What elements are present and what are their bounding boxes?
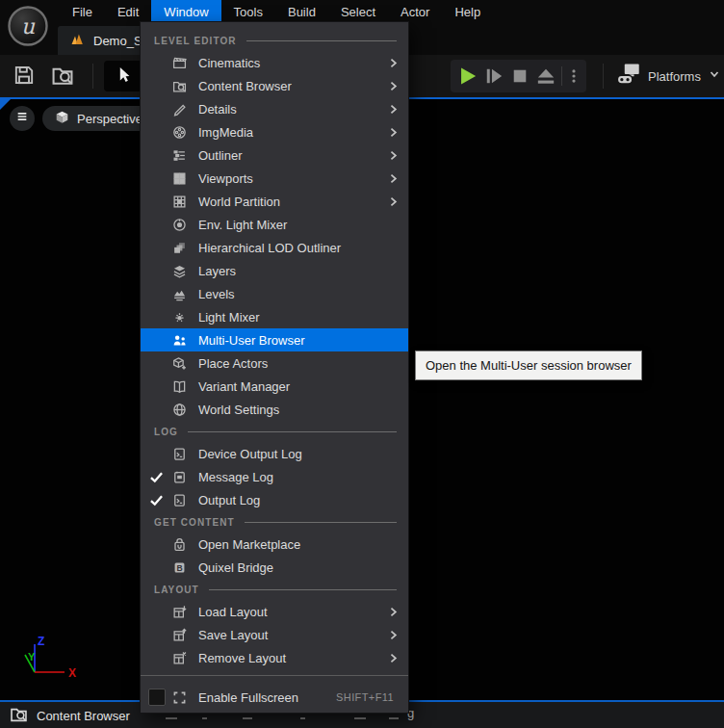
more-options-button[interactable] bbox=[565, 63, 582, 90]
tooltip: Open the Multi-User session browser bbox=[415, 351, 642, 380]
menu-item-outliner[interactable]: Outliner bbox=[141, 143, 408, 167]
chevron-right-icon bbox=[386, 629, 401, 641]
perspective-cube-icon bbox=[55, 110, 69, 128]
statusbar-partial-glyph bbox=[243, 717, 252, 719]
menu-item-cinematics[interactable]: Cinematics bbox=[141, 51, 408, 74]
perspective-label: Perspective bbox=[77, 112, 142, 126]
pencil-icon bbox=[172, 102, 198, 117]
chevron-right-icon bbox=[386, 606, 401, 618]
menu-section-header-log: LOG bbox=[141, 421, 408, 442]
content-browser-drawer-button[interactable]: Content Browser bbox=[10, 705, 130, 726]
save-icon bbox=[13, 65, 35, 90]
sun-icon bbox=[172, 310, 198, 325]
hlod-stack-icon bbox=[172, 241, 198, 255]
film-reel-icon bbox=[172, 125, 198, 140]
menu-item-save-layout[interactable]: Save Layout bbox=[141, 623, 408, 646]
level-tab-label: Demo_S bbox=[93, 34, 142, 48]
menubar-item-file[interactable]: File bbox=[60, 0, 105, 24]
menu-item-open-marketplace[interactable]: Open Marketplace bbox=[141, 533, 408, 556]
menubar-item-help[interactable]: Help bbox=[442, 0, 493, 24]
book-icon bbox=[172, 379, 198, 394]
toolbar-separator-2 bbox=[603, 64, 604, 89]
menu-item-hierarchical-lod-outliner[interactable]: Hierarchical LOD Outliner bbox=[141, 236, 408, 259]
platforms-button[interactable]: Platforms bbox=[616, 60, 721, 92]
cube-plus-icon bbox=[172, 356, 198, 371]
menu-item-quixel-bridge[interactable]: BQuixel Bridge bbox=[141, 556, 408, 579]
chevron-right-icon bbox=[386, 172, 401, 185]
menu-item-label: Light Mixer bbox=[198, 310, 401, 325]
browse-content-button[interactable] bbox=[48, 65, 77, 90]
viewport-options-button[interactable] bbox=[10, 106, 35, 131]
menu-item-variant-manager[interactable]: Variant Manager bbox=[141, 375, 408, 398]
menu-section-header-layout: LAYOUT bbox=[141, 579, 408, 600]
menu-item-enable-fullscreen[interactable]: Enable FullscreenSHIFT+F11 bbox=[141, 682, 408, 713]
menu-item-label: Open Marketplace bbox=[198, 537, 401, 552]
play-button[interactable] bbox=[454, 63, 480, 90]
statusbar-partial-glyph bbox=[202, 717, 207, 719]
layout-load-icon bbox=[172, 605, 198, 619]
menu-item-world-partition[interactable]: World Partition bbox=[141, 190, 408, 213]
layout-save-icon bbox=[172, 628, 198, 642]
menu-separator bbox=[141, 675, 408, 676]
chevron-right-icon bbox=[386, 126, 401, 139]
menu-section-header-get-content: GET CONTENT bbox=[141, 511, 408, 533]
perspective-selector[interactable]: Perspective bbox=[42, 106, 155, 131]
hamburger-icon bbox=[14, 109, 30, 128]
menu-item-imgmedia[interactable]: ImgMedia bbox=[141, 120, 408, 143]
section-header-label: GET CONTENT bbox=[154, 517, 235, 528]
menu-item-label: ImgMedia bbox=[198, 125, 386, 140]
svg-text:B: B bbox=[176, 562, 182, 572]
checkbox-cell[interactable] bbox=[141, 689, 172, 706]
unreal-logo-icon[interactable]: u bbox=[7, 5, 49, 47]
menu-item-message-log[interactable]: Message Log bbox=[141, 465, 408, 488]
menu-item-env-light-mixer[interactable]: Env. Light Mixer bbox=[141, 213, 408, 236]
layers-icon bbox=[172, 264, 198, 278]
menu-item-world-settings[interactable]: World Settings bbox=[141, 398, 408, 421]
svg-text:u: u bbox=[21, 14, 36, 39]
menu-item-label: Details bbox=[198, 102, 386, 117]
platforms-label: Platforms bbox=[648, 69, 701, 84]
message-log-icon bbox=[172, 470, 198, 484]
menu-item-remove-layout[interactable]: Remove Layout bbox=[141, 646, 408, 669]
play-group-divider bbox=[561, 66, 562, 86]
menu-item-load-layout[interactable]: Load Layout bbox=[141, 600, 408, 623]
statusbar-partial-glyph bbox=[166, 717, 177, 719]
window-menu-panel: LEVEL EDITORCinematicsContent BrowserDet… bbox=[140, 21, 409, 714]
section-header-label: LEVEL EDITOR bbox=[154, 36, 237, 46]
svg-text:Z: Z bbox=[38, 635, 44, 648]
chevron-right-icon bbox=[386, 103, 401, 116]
statusbar-partial-glyph bbox=[300, 717, 305, 719]
section-header-line bbox=[188, 431, 397, 432]
platforms-icon bbox=[616, 62, 641, 91]
frame-skip-button[interactable] bbox=[480, 63, 506, 90]
stop-button[interactable] bbox=[506, 63, 532, 90]
menu-item-place-actors[interactable]: Place Actors bbox=[141, 351, 408, 375]
fullscreen-checkbox[interactable] bbox=[148, 689, 166, 706]
menu-item-levels[interactable]: Levels bbox=[141, 282, 408, 305]
menu-item-label: Layers bbox=[198, 264, 401, 278]
menu-section-header-level-editor: LEVEL EDITOR bbox=[141, 30, 408, 51]
menu-item-label: World Partition bbox=[198, 195, 386, 209]
folder-search-icon bbox=[10, 705, 28, 727]
clapperboard-icon bbox=[172, 56, 198, 70]
level-warning-icon bbox=[69, 32, 85, 49]
menu-item-details[interactable]: Details bbox=[141, 97, 408, 120]
menu-item-content-browser[interactable]: Content Browser bbox=[141, 74, 408, 97]
menu-item-label: Save Layout bbox=[198, 628, 386, 642]
eject-button[interactable] bbox=[532, 63, 558, 90]
menu-item-label: Place Actors bbox=[198, 356, 401, 371]
statusbar-partial-glyph bbox=[389, 717, 399, 719]
menu-item-multi-user-browser[interactable]: Multi-User Browser bbox=[141, 328, 408, 351]
menu-item-label: Content Browser bbox=[198, 79, 386, 93]
outliner-list-icon bbox=[172, 148, 198, 163]
menu-item-device-output-log[interactable]: Device Output Log bbox=[141, 442, 408, 465]
menu-item-light-mixer[interactable]: Light Mixer bbox=[141, 305, 408, 328]
chevron-right-icon bbox=[386, 652, 401, 664]
menu-item-output-log[interactable]: Output Log bbox=[141, 488, 408, 511]
menu-item-layers[interactable]: Layers bbox=[141, 259, 408, 282]
section-header-line bbox=[209, 589, 397, 590]
menu-item-label: Load Layout bbox=[198, 605, 386, 619]
menu-item-viewports[interactable]: Viewports bbox=[141, 167, 408, 190]
save-button[interactable] bbox=[10, 65, 39, 90]
multi-user-icon bbox=[172, 333, 198, 348]
